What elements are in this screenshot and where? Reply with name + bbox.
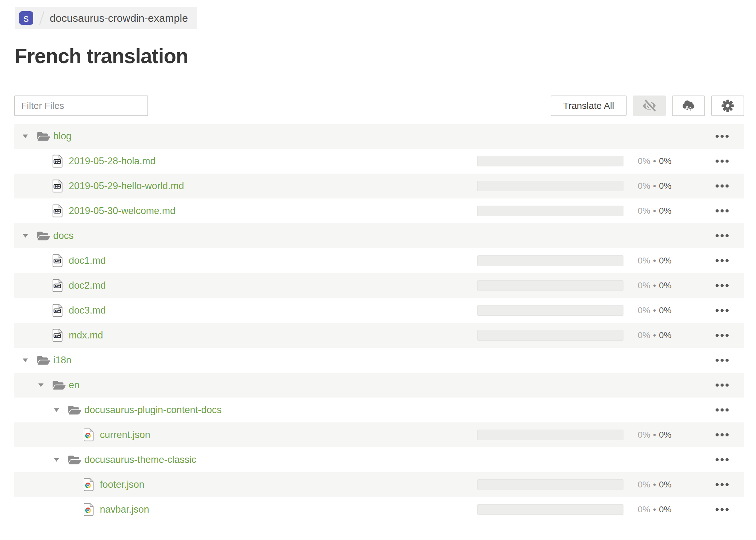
row-icon (68, 404, 84, 416)
markdown-file-icon: M (53, 204, 63, 217)
file-row: M 2019-05-30-welcome.md 0%•0% (14, 199, 744, 223)
row-menu-cell (686, 480, 744, 489)
svg-text:M: M (55, 334, 58, 338)
folder-link[interactable]: i18n (53, 354, 72, 366)
folder-link[interactable]: docusaurus-plugin-content-docs (84, 404, 222, 416)
progress-cell (477, 181, 624, 191)
ellipsis-icon (720, 309, 724, 312)
progress-percentages: 0%•0% (624, 330, 686, 340)
file-link[interactable]: 2019-05-28-hola.md (69, 156, 156, 167)
approved-percent: 0% (659, 480, 672, 489)
folder-link[interactable]: blog (53, 131, 72, 142)
folder-icon (68, 404, 81, 416)
collapse-toggle[interactable] (53, 408, 68, 412)
toolbar: Translate All (14, 95, 744, 116)
row-icon (53, 379, 69, 391)
row-menu-button[interactable] (715, 406, 729, 414)
ellipsis-icon (715, 309, 719, 312)
row-menu-button[interactable] (715, 505, 729, 513)
progress-percentages: 0%•0% (624, 156, 686, 166)
row-menu-cell (686, 505, 744, 513)
row-name-cell: blog (14, 131, 477, 142)
collapse-toggle[interactable] (22, 234, 37, 238)
ellipsis-icon (720, 408, 724, 412)
row-menu-button[interactable] (715, 257, 729, 265)
row-menu-button[interactable] (715, 157, 729, 165)
row-menu-cell (686, 132, 744, 140)
row-menu-button[interactable] (715, 232, 729, 240)
row-menu-button[interactable] (715, 381, 729, 389)
collapse-toggle[interactable] (53, 458, 68, 462)
ellipsis-icon (720, 383, 724, 387)
file-link[interactable]: navbar.json (100, 504, 149, 515)
breadcrumb-project-name[interactable]: docusaurus-crowdin-example (50, 12, 188, 24)
row-menu-button[interactable] (715, 480, 729, 489)
file-link[interactable]: current.json (100, 429, 150, 441)
svg-text:M: M (55, 259, 58, 263)
approved-percent: 0% (659, 256, 672, 265)
file-tree: blog M 2019-05-28-hola.md (14, 124, 744, 522)
settings-button[interactable] (711, 95, 744, 116)
row-menu-button[interactable] (715, 456, 729, 464)
row-menu-button[interactable] (715, 331, 729, 339)
row-menu-cell (686, 381, 744, 389)
ellipsis-icon (715, 458, 719, 461)
percent-separator: • (653, 156, 656, 166)
file-link[interactable]: mdx.md (69, 330, 103, 341)
row-menu-button[interactable] (715, 132, 729, 140)
folder-link[interactable]: docs (53, 230, 74, 241)
row-icon (84, 478, 100, 491)
collapse-toggle[interactable] (22, 134, 37, 138)
row-menu-cell (686, 431, 744, 439)
file-link[interactable]: doc1.md (69, 255, 106, 266)
ellipsis-icon (720, 508, 724, 511)
row-menu-button[interactable] (715, 306, 729, 315)
ellipsis-icon (725, 483, 729, 486)
folder-link[interactable]: en (69, 379, 79, 391)
translated-percent: 0% (638, 281, 650, 290)
file-row: M doc1.md 0%•0% (14, 248, 744, 273)
percent-separator: • (653, 256, 656, 265)
breadcrumb: s docusaurus-crowdin-example (15, 7, 197, 29)
file-row: current.json 0%•0% (14, 422, 744, 447)
toggle-hidden-files-button[interactable] (633, 95, 666, 116)
page-title: French translation (15, 45, 756, 67)
row-icon (84, 503, 100, 516)
row-menu-cell (686, 456, 744, 464)
file-link[interactable]: 2019-05-30-welcome.md (69, 205, 176, 216)
progress-cell (477, 305, 624, 316)
progress-percentages: 0%•0% (624, 256, 686, 266)
row-menu-button[interactable] (715, 282, 729, 290)
row-menu-button[interactable] (715, 207, 729, 215)
ellipsis-icon (725, 259, 729, 262)
percent-separator: • (653, 330, 656, 340)
row-menu-button[interactable] (715, 431, 729, 439)
row-menu-button[interactable] (715, 356, 729, 364)
ellipsis-icon (715, 160, 719, 163)
row-menu-cell (686, 331, 744, 339)
translate-all-button[interactable]: Translate All (551, 95, 627, 116)
file-link[interactable]: doc3.md (69, 305, 106, 316)
row-name-cell: docusaurus-plugin-content-docs (14, 404, 477, 416)
row-icon (37, 354, 53, 366)
markdown-file-icon: M (53, 254, 63, 267)
row-menu-cell (686, 257, 744, 265)
translated-percent: 0% (638, 181, 650, 191)
progress-bar (477, 181, 624, 191)
collapse-toggle[interactable] (22, 358, 37, 362)
folder-icon (37, 230, 50, 242)
ellipsis-icon (720, 483, 724, 486)
file-link[interactable]: 2019-05-29-hello-world.md (69, 181, 184, 192)
file-link[interactable]: doc2.md (69, 280, 106, 291)
json-file-icon (84, 503, 94, 516)
folder-link[interactable]: docusaurus-theme-classic (84, 454, 196, 465)
row-menu-button[interactable] (715, 182, 729, 190)
collapse-toggle[interactable] (37, 383, 53, 387)
sync-translations-button[interactable] (672, 95, 705, 116)
ellipsis-icon (725, 135, 729, 138)
progress-bar (477, 504, 624, 515)
project-avatar[interactable]: s (19, 11, 33, 25)
down-up-arrows-icon (684, 106, 693, 112)
filter-files-input[interactable] (14, 95, 148, 116)
file-link[interactable]: footer.json (100, 479, 144, 490)
